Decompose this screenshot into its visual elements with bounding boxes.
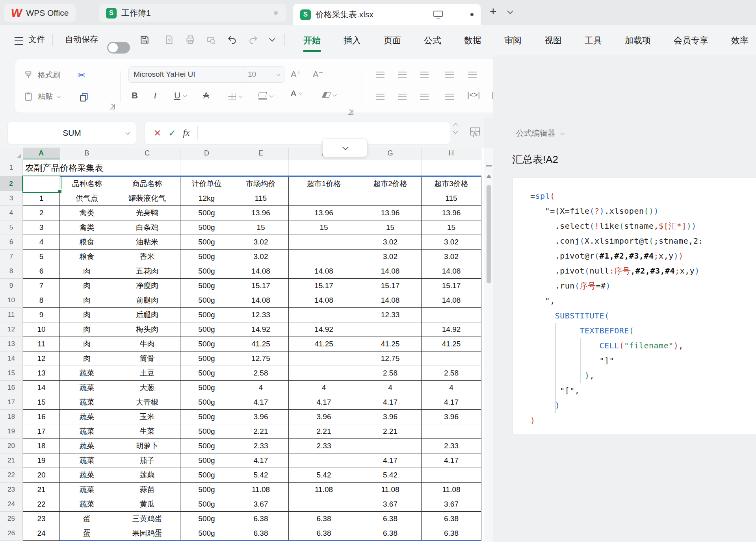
cell-G3[interactable] [359, 191, 422, 206]
cell-H14[interactable] [422, 351, 481, 366]
cell-B13[interactable]: 肉 [60, 337, 114, 351]
cell-H17[interactable]: 4.17 [422, 395, 481, 410]
cell-C25[interactable]: 三黄鸡蛋 [114, 512, 180, 526]
cell-A10[interactable]: 8 [23, 293, 60, 308]
menu-tab-页面[interactable]: 页面 [383, 32, 402, 49]
cell-F5[interactable]: 15 [289, 220, 359, 235]
cell-G22[interactable]: 5.42 [359, 468, 422, 483]
code-line-5[interactable]: .pivot@r(#1,#2,#3,#4;x,y)) [530, 248, 756, 263]
col-header-B[interactable]: B [60, 148, 114, 159]
cell-B3[interactable]: 供气点 [60, 191, 114, 206]
code-line-2[interactable]: "=(X=file(?).xlsopen()) [530, 203, 756, 218]
cell-H9[interactable]: 15.17 [422, 279, 481, 293]
cell-E10[interactable]: 14.08 [233, 293, 289, 308]
cell-C10[interactable]: 前腿肉 [114, 293, 180, 308]
cell-B19[interactable]: 蔬菜 [60, 424, 114, 439]
cell-G17[interactable]: 4.17 [359, 395, 422, 410]
cell-D12[interactable]: 500g [180, 322, 233, 337]
cell-D9[interactable]: 500g [180, 279, 233, 293]
cell-G5[interactable]: 15 [359, 220, 422, 235]
code-line-6[interactable]: .pivot(null:序号,#2,#3,#4;x,y) [530, 263, 756, 278]
align-bottom-icon[interactable] [420, 72, 429, 78]
row-header-8[interactable]: 8 [0, 264, 23, 279]
cell-A22[interactable]: 20 [23, 468, 60, 483]
cell-G16[interactable]: 4 [359, 381, 422, 395]
cell-D26[interactable]: 500g [180, 526, 233, 541]
cell-C9[interactable]: 净瘦肉 [114, 279, 180, 293]
cell-H5[interactable]: 15 [422, 220, 481, 235]
cell-C19[interactable]: 生菜 [114, 424, 180, 439]
cell-G20[interactable] [359, 439, 422, 453]
cell-B7[interactable]: 粮食 [60, 250, 114, 264]
cell-D23[interactable]: 500g [180, 483, 233, 497]
fill-handle[interactable] [58, 189, 62, 193]
cell-B8[interactable]: 肉 [60, 264, 114, 279]
cell-H26[interactable]: 6.38 [422, 526, 481, 541]
cell-B14[interactable]: 肉 [60, 351, 114, 366]
cell-C12[interactable]: 梅头肉 [114, 322, 180, 337]
cell-A8[interactable]: 6 [23, 264, 60, 279]
col-header-A[interactable]: A [23, 148, 60, 159]
cell-D19[interactable]: 500g [180, 424, 233, 439]
cell-C14[interactable]: 筒骨 [114, 351, 180, 366]
align-justify-icon[interactable] [445, 94, 454, 100]
cell-A18[interactable]: 16 [23, 410, 60, 424]
menu-tab-工具[interactable]: 工具 [584, 32, 603, 49]
increase-indent-icon[interactable] [468, 72, 477, 78]
cell-F18[interactable]: 3.96 [289, 410, 359, 424]
cell-E23[interactable]: 11.08 [233, 483, 289, 497]
cell-F23[interactable]: 11.08 [289, 483, 359, 497]
col-header-H[interactable]: H [422, 148, 481, 159]
tab-list-chevron-icon[interactable] [507, 8, 513, 14]
cell-C21[interactable]: 茄子 [114, 453, 180, 468]
header-cell-超市2价格[interactable]: 超市2价格 [359, 176, 422, 191]
row-header-15[interactable]: 15 [0, 366, 23, 381]
fill-color-button[interactable] [258, 92, 272, 100]
cell-E26[interactable]: 6.38 [233, 526, 289, 541]
cell-F13[interactable]: 41.25 [289, 337, 359, 351]
row-header-6[interactable]: 6 [0, 235, 23, 250]
code-line-13[interactable]: ), [530, 368, 756, 383]
cell-E21[interactable]: 4.17 [233, 453, 289, 468]
wps-office-tab[interactable]: W WPS Office [4, 4, 76, 22]
cell-B15[interactable]: 蔬菜 [60, 366, 114, 381]
cell-F14[interactable] [289, 351, 359, 366]
cell-F11[interactable] [289, 308, 359, 322]
cell-A7[interactable]: 5 [23, 250, 60, 264]
panel-title[interactable]: 公式编辑器 [516, 128, 563, 139]
cell-A12[interactable]: 10 [23, 322, 60, 337]
font-color-button[interactable]: A [291, 90, 302, 97]
cell-B24[interactable]: 蔬菜 [60, 497, 114, 512]
row-header-24[interactable]: 24 [0, 497, 23, 512]
cell-B23[interactable]: 蔬菜 [60, 483, 114, 497]
cell-B17[interactable]: 蔬菜 [60, 395, 114, 410]
scroll-up-arrow-icon[interactable] [486, 174, 492, 178]
cell-A4[interactable]: 2 [23, 206, 60, 220]
cell-C18[interactable]: 玉米 [114, 410, 180, 424]
row-header-11[interactable]: 11 [0, 308, 23, 322]
decrease-indent-icon[interactable] [445, 72, 454, 78]
cell-A13[interactable]: 11 [23, 337, 60, 351]
new-tab-button[interactable]: + [490, 5, 497, 18]
cut-icon[interactable]: ✂ [77, 69, 86, 81]
cell-B9[interactable]: 肉 [60, 279, 114, 293]
cell-G11[interactable]: 12.33 [359, 308, 422, 322]
cell-D18[interactable]: 500g [180, 410, 233, 424]
col-header-G[interactable]: G [359, 148, 422, 159]
split-handle-icon[interactable] [486, 165, 492, 166]
code-line-12[interactable]: "]" [530, 353, 756, 368]
italic-button[interactable]: I [154, 91, 156, 101]
cell-D4[interactable]: 500g [180, 206, 233, 220]
cell-F4[interactable]: 13.96 [289, 206, 359, 220]
cancel-formula-icon[interactable]: ✕ [154, 128, 161, 139]
cell-D25[interactable]: 500g [180, 512, 233, 526]
cell-D21[interactable]: 500g [180, 453, 233, 468]
cell-B5[interactable]: 禽类 [60, 220, 114, 235]
cell-B6[interactable]: 粮食 [60, 235, 114, 250]
cell-F10[interactable]: 14.08 [289, 293, 359, 308]
row-header-23[interactable]: 23 [0, 483, 23, 497]
row-header-22[interactable]: 22 [0, 468, 23, 483]
cell-D7[interactable]: 500g [180, 250, 233, 264]
cell-A21[interactable]: 19 [23, 453, 60, 468]
cell-C5[interactable]: 白条鸡 [114, 220, 180, 235]
